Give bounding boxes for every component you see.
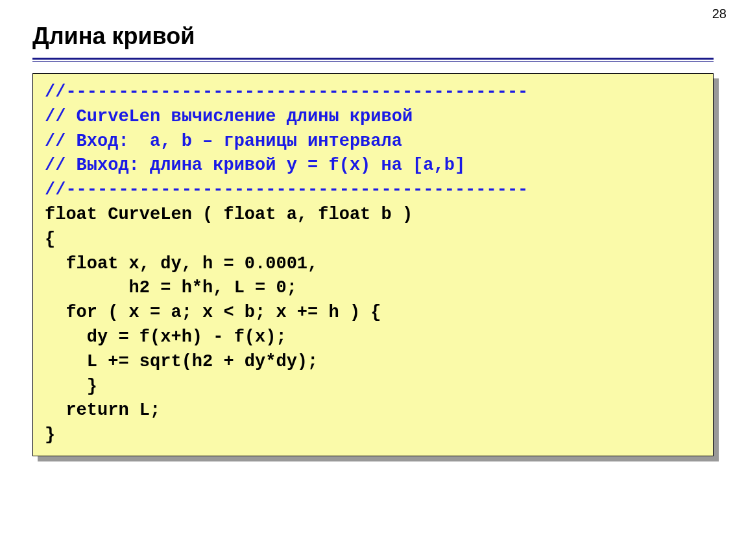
title-underline [32,58,714,62]
code-line: for ( x = a; x < b; x += h ) { [45,303,381,322]
code-comment-line: // Выход: длина кривой y = f(x) на [a,b] [45,156,465,175]
code-comment-line: // CurveLen вычисление длины кривой [45,107,413,126]
code-line: h2 = h*h, L = 0; [45,278,297,298]
code-line: L += sqrt(h2 + dy*dy); [45,352,318,371]
code-line: return L; [45,401,160,420]
code-line: dy = f(x+h) - f(x); [45,327,287,347]
code-comment-line: //--------------------------------------… [45,82,528,102]
page-title: Длина кривой [32,23,714,50]
code-line: } [45,425,55,445]
code-comment-line: //--------------------------------------… [45,180,528,200]
code-line: float CurveLen ( float a, float b ) [45,205,413,224]
slide-content: Длина кривой //-------------------------… [0,0,746,456]
code-line: float x, dy, h = 0.0001, [45,254,318,274]
code-line: { [45,229,55,249]
page-number: 28 [712,6,727,21]
code-block: //--------------------------------------… [32,73,714,456]
code-block-wrapper: //--------------------------------------… [32,73,714,456]
code-comment-line: // Вход: a, b – границы интервала [45,132,402,151]
code-line: } [45,377,97,396]
